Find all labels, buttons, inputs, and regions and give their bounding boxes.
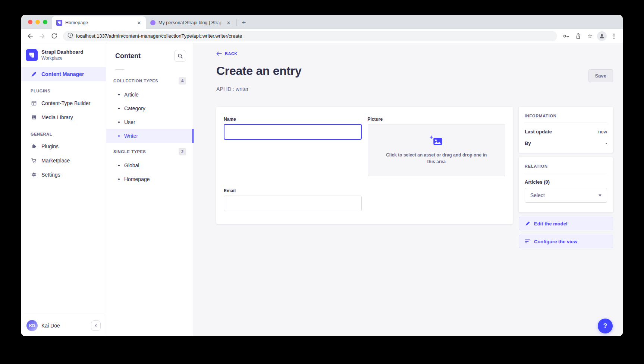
sidebar-item-label: Plugins <box>41 143 59 149</box>
chevron-down-icon <box>599 194 601 196</box>
bullet-icon <box>118 121 120 123</box>
sidebar-section-plugins: PLUGINS <box>21 81 106 96</box>
content-subnav: Content COLLECTION TYPES 4 Article Categ… <box>106 43 194 336</box>
cart-icon <box>31 158 37 164</box>
user-avatar[interactable]: KD <box>26 320 38 331</box>
subnav-title: Content <box>115 52 141 60</box>
sidebar-item-marketplace[interactable]: Marketplace <box>21 153 106 168</box>
list-lines-icon <box>525 239 530 244</box>
browser-tabstrip: Homepage ✕ My personal Strapi blog | Str… <box>21 15 623 29</box>
information-card: INFORMATION Last update now By - <box>519 107 613 153</box>
site-info-icon[interactable] <box>67 32 73 39</box>
sidebar-item-media-library[interactable]: Media Library <box>21 110 106 124</box>
help-button[interactable]: ? <box>598 319 613 333</box>
zoom-window-button[interactable] <box>43 20 47 24</box>
reload-icon[interactable] <box>49 31 59 41</box>
articles-relation-label: Articles (0) <box>525 179 607 185</box>
relation-card: RELATION Articles (0) Select <box>519 157 613 212</box>
relation-header: RELATION <box>525 164 607 168</box>
sidebar-section-general: GENERAL <box>21 124 106 139</box>
password-key-icon[interactable] <box>561 31 571 41</box>
tab-close-icon[interactable]: ✕ <box>136 20 142 26</box>
last-update-row: Last update now <box>525 129 607 134</box>
subnav-item-homepage[interactable]: Homepage <box>106 172 194 186</box>
close-window-button[interactable] <box>28 20 32 24</box>
sidebar-item-label: Content Manager <box>41 71 84 77</box>
tab-close-icon[interactable]: ✕ <box>226 20 232 26</box>
browser-menu-icon[interactable] <box>609 31 619 41</box>
search-button[interactable] <box>174 50 186 62</box>
name-field-group: Name <box>224 117 362 176</box>
entry-form-card: Name Picture <box>216 107 513 224</box>
blog-favicon-icon <box>150 20 155 25</box>
back-nav-icon[interactable] <box>25 31 35 41</box>
tab-strapi-blog[interactable]: My personal Strapi blog | Strap ✕ <box>146 16 235 29</box>
bookmark-star-icon[interactable]: ☆ <box>585 31 595 41</box>
api-id-subtitle: API ID : writer <box>216 86 613 92</box>
sidebar-user-footer: KD Kai Doe <box>21 315 106 336</box>
sidebar-item-label: Content-Type Builder <box>41 100 91 106</box>
bullet-icon <box>118 108 120 109</box>
tab-homepage[interactable]: Homepage ✕ <box>52 16 146 29</box>
back-link[interactable]: BACK <box>216 51 238 56</box>
single-types-count-badge: 2 <box>179 148 186 155</box>
gear-icon <box>31 172 37 178</box>
tab-title: Homepage <box>65 20 134 25</box>
main-content: BACK Create an entry Save API ID : write… <box>194 43 623 336</box>
tab-title: My personal Strapi blog | Strap <box>158 20 223 25</box>
collection-types-header: COLLECTION TYPES 4 <box>106 72 194 88</box>
strapi-app: Strapi Dashboard Workplace Content Manag… <box>21 43 623 336</box>
bullet-icon <box>118 94 120 95</box>
picture-dropzone[interactable]: Click to select an asset or drag and dro… <box>368 124 506 176</box>
workspace-brand[interactable]: Strapi Dashboard Workplace <box>21 43 106 66</box>
sidebar-item-content-manager[interactable]: Content Manager <box>21 67 106 81</box>
strapi-favicon-icon <box>56 20 62 26</box>
name-input[interactable] <box>224 124 362 140</box>
user-name: Kai Doe <box>41 323 60 329</box>
browser-profile-avatar[interactable] <box>597 31 607 41</box>
bullet-icon <box>118 165 120 166</box>
add-image-icon <box>430 135 443 147</box>
configure-view-button[interactable]: Configure the view <box>519 235 613 248</box>
subnav-item-writer[interactable]: Writer <box>106 129 194 143</box>
sidebar-item-label: Settings <box>41 172 60 178</box>
email-input[interactable] <box>224 196 362 211</box>
email-label: Email <box>224 188 362 193</box>
url-bar[interactable]: localhost:1337/admin/content-manager/col… <box>63 31 557 41</box>
by-row: By - <box>525 140 607 146</box>
share-icon[interactable] <box>573 31 583 41</box>
pen-icon <box>31 71 37 77</box>
browser-toolbar: localhost:1337/admin/content-manager/col… <box>21 29 623 43</box>
subnav-item-user[interactable]: User <box>106 115 194 129</box>
new-tab-button[interactable]: + <box>239 18 249 28</box>
information-header: INFORMATION <box>525 114 607 118</box>
screenshot-stage: Homepage ✕ My personal Strapi blog | Str… <box>0 0 644 364</box>
edit-model-button[interactable]: Edit the model <box>519 217 613 230</box>
image-icon <box>31 114 37 120</box>
forward-nav-icon[interactable] <box>37 31 47 41</box>
subnav-item-category[interactable]: Category <box>106 101 194 115</box>
sidebar-item-label: Media Library <box>41 114 73 120</box>
sidebar-item-plugins[interactable]: Plugins <box>21 139 106 153</box>
minimize-window-button[interactable] <box>35 20 40 24</box>
subnav-divider <box>115 69 124 70</box>
picture-field-group: Picture Click to select an asset or drag… <box>368 117 506 176</box>
sidebar-item-settings[interactable]: Settings <box>21 168 106 182</box>
sidebar-item-content-type-builder[interactable]: Content-Type Builder <box>21 96 106 110</box>
brand-title: Strapi Dashboard <box>41 49 84 56</box>
tab-separator <box>236 19 236 26</box>
save-button[interactable]: Save <box>588 69 613 82</box>
bullet-icon <box>118 135 120 137</box>
window-controls <box>21 15 52 29</box>
dropzone-hint: Click to select an asset or drag and dro… <box>383 152 490 165</box>
collapse-sidebar-button[interactable] <box>91 320 101 331</box>
main-sidebar: Strapi Dashboard Workplace Content Manag… <box>21 43 106 336</box>
page-title: Create an entry <box>216 64 302 78</box>
sidebar-item-label: Marketplace <box>41 158 70 164</box>
articles-select[interactable]: Select <box>525 188 607 203</box>
pencil-icon <box>525 221 530 226</box>
strapi-logo-icon <box>26 49 38 61</box>
bullet-icon <box>118 178 120 180</box>
subnav-item-article[interactable]: Article <box>106 88 194 101</box>
subnav-item-global[interactable]: Global <box>106 158 194 172</box>
